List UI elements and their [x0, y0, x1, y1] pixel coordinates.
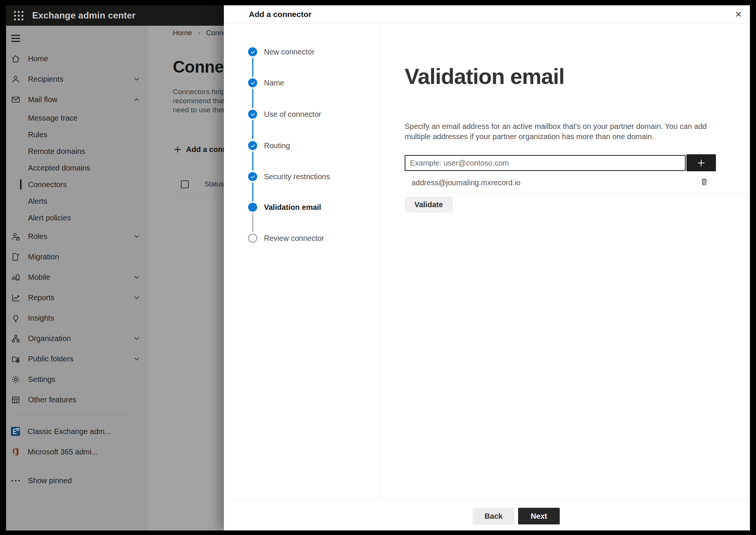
- sidebar-item-home[interactable]: Home: [6, 48, 148, 69]
- sidebar-item-alerts[interactable]: Alerts: [6, 193, 148, 209]
- chevron-right-icon: [197, 31, 201, 35]
- sidebar-item-alert-policies[interactable]: Alert policies: [6, 209, 148, 226]
- select-all-checkbox[interactable]: [181, 180, 189, 188]
- status-column-header[interactable]: Status: [205, 180, 224, 188]
- sidebar-nav: Home Recipients Mail flow Message trace …: [6, 48, 148, 491]
- chevron-down-icon: [134, 274, 140, 281]
- step-connector-line: [252, 58, 253, 77]
- sidebar-item-recipients[interactable]: Recipients: [6, 69, 148, 89]
- step-name: Name: [248, 78, 284, 87]
- app-title: Exchange admin center: [32, 10, 136, 21]
- lightbulb-icon: [11, 313, 20, 323]
- sidebar-item-settings[interactable]: Settings: [6, 369, 148, 389]
- document-migration-icon: [11, 252, 20, 262]
- sidebar-item-public-folders[interactable]: Public folders: [6, 349, 148, 369]
- sidebar-item-label: Rules: [28, 130, 47, 139]
- sidebar-item-label: Microsoft 365 admi...: [28, 448, 98, 456]
- modal-header: Add a connector ✕: [224, 5, 750, 24]
- wizard-stepper: New connector Name Use of connector Rout…: [224, 24, 381, 499]
- modal-title: Add a connector: [249, 10, 312, 19]
- sidebar-item-organization[interactable]: Organization: [6, 328, 148, 349]
- add-connector-button[interactable]: Add a conn: [173, 145, 227, 154]
- address-row-divider: [405, 193, 750, 193]
- sidebar-item-label: Alert policies: [28, 214, 71, 222]
- hamburger-menu-icon[interactable]: [11, 35, 25, 45]
- sidebar-item-reports[interactable]: Reports: [6, 287, 148, 308]
- classic-exchange-logo-icon: [11, 427, 20, 436]
- connector-table-header: Status: [181, 180, 224, 188]
- close-icon[interactable]: ✕: [733, 8, 745, 20]
- sidebar-item-label: Insights: [28, 314, 54, 323]
- person-icon: [11, 74, 20, 84]
- sidebar: Home Recipients Mail flow Message trace …: [6, 26, 148, 530]
- step-done-icon: [248, 172, 257, 181]
- sidebar-item-label: Mobile: [28, 273, 50, 282]
- sidebar-item-migration[interactable]: Migration: [6, 247, 148, 267]
- sidebar-item-message-trace[interactable]: Message trace: [6, 110, 148, 126]
- delete-address-button[interactable]: [698, 176, 710, 188]
- step-upcoming-icon: [248, 234, 257, 243]
- plus-icon: [173, 145, 182, 154]
- email-address-input[interactable]: [405, 155, 686, 171]
- breadcrumb-home-link[interactable]: Home: [173, 29, 192, 37]
- sidebar-item-mobile[interactable]: Mobile: [6, 267, 148, 287]
- chevron-down-icon: [134, 356, 140, 362]
- sidebar-item-label: Settings: [28, 375, 55, 384]
- waffle-icon[interactable]: [11, 8, 26, 23]
- step-new-connector: New connector: [248, 47, 314, 56]
- sidebar-item-insights[interactable]: Insights: [6, 308, 148, 328]
- wizard-description: Specify an email address for an active m…: [405, 121, 707, 142]
- sidebar-item-rules[interactable]: Rules: [6, 126, 148, 143]
- step-done-icon: [248, 141, 257, 150]
- page-description: Connectors help recommend that need to u…: [173, 87, 225, 115]
- step-security-restrictions: Security restrictions: [248, 172, 330, 181]
- back-button[interactable]: Back: [473, 508, 514, 524]
- sidebar-item-label: Accepted domains: [28, 164, 90, 172]
- org-chart-icon: [11, 334, 20, 343]
- sidebar-item-label: Classic Exchange adm...: [28, 427, 111, 436]
- sidebar-item-label: Alerts: [28, 197, 47, 206]
- sidebar-item-label: Recipients: [28, 75, 63, 84]
- step-done-icon: [248, 47, 257, 56]
- sidebar-item-label: Other features: [28, 395, 76, 404]
- wizard-content: Validation email Specify an email addres…: [381, 24, 750, 499]
- chevron-down-icon: [134, 76, 140, 82]
- table-grid-icon: [11, 395, 20, 405]
- sidebar-item-connectors[interactable]: Connectors: [6, 176, 148, 193]
- added-address: address@journaling.mxrecord.io: [411, 175, 520, 190]
- sidebar-item-microsoft-365-admin[interactable]: Microsoft 365 admi...: [6, 442, 148, 462]
- step-validation-email: Validation email: [248, 203, 321, 212]
- next-button[interactable]: Next: [518, 508, 560, 524]
- step-connector-line: [252, 152, 253, 171]
- sidebar-item-show-pinned[interactable]: ··· Show pinned: [6, 470, 148, 491]
- microsoft-365-logo-icon: [11, 447, 20, 456]
- chevron-down-icon: [134, 233, 140, 240]
- breadcrumb: Home Conne: [173, 29, 227, 37]
- sidebar-item-remote-domains[interactable]: Remote domains: [6, 143, 148, 160]
- sidebar-item-label: Connectors: [28, 180, 67, 189]
- sidebar-item-roles[interactable]: Roles: [6, 226, 148, 247]
- folder-globe-icon: [11, 354, 20, 364]
- sidebar-item-label: Reports: [28, 293, 54, 302]
- step-done-icon: [248, 110, 257, 119]
- sidebar-item-other-features[interactable]: Other features: [6, 389, 148, 410]
- sidebar-item-label: Show pinned: [28, 476, 72, 485]
- sidebar-item-mail-flow[interactable]: Mail flow: [6, 89, 148, 110]
- gear-icon: [11, 375, 20, 384]
- line-chart-icon: [11, 293, 20, 302]
- sidebar-item-label: Home: [28, 54, 48, 63]
- sidebar-item-label: Remote domains: [28, 147, 85, 156]
- add-connector-modal: Add a connector ✕ New connector Name Use…: [224, 5, 750, 530]
- add-address-button[interactable]: [686, 154, 716, 171]
- sidebar-item-classic-exchange-admin[interactable]: Classic Exchange adm...: [6, 421, 148, 442]
- step-current-icon: [248, 203, 257, 212]
- sidebar-item-accepted-domains[interactable]: Accepted domains: [6, 160, 148, 176]
- sidebar-divider: [11, 415, 133, 415]
- chevron-up-icon: [134, 96, 140, 103]
- person-roles-icon: [11, 232, 20, 241]
- validate-button[interactable]: Validate: [405, 197, 453, 213]
- step-connector-line: [252, 120, 253, 139]
- sidebar-item-label: Migration: [28, 253, 59, 261]
- step-done-icon: [248, 78, 257, 87]
- modal-footer: Back Next: [224, 499, 750, 530]
